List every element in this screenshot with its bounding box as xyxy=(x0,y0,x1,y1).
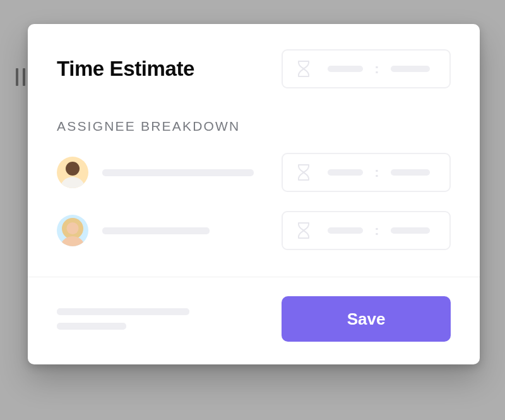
avatar[interactable] xyxy=(57,215,88,246)
hours-placeholder[interactable] xyxy=(328,227,363,234)
assignee-info xyxy=(57,157,254,188)
hourglass-icon xyxy=(297,59,311,78)
card-title: Time Estimate xyxy=(57,57,194,81)
assignee-row: : xyxy=(57,211,451,250)
breakdown-heading: ASSIGNEE BREAKDOWN xyxy=(57,119,451,134)
hourglass-icon xyxy=(297,163,311,182)
time-separator: : xyxy=(374,164,379,181)
card-footer: Save xyxy=(28,277,480,364)
drag-handle-bar xyxy=(23,68,25,86)
assignee-time-input[interactable]: : xyxy=(282,153,451,192)
save-button[interactable]: Save xyxy=(282,296,451,342)
minutes-placeholder[interactable] xyxy=(391,66,430,72)
total-time-input[interactable]: : xyxy=(282,49,451,88)
avatar[interactable] xyxy=(57,157,88,188)
drag-handle-bar xyxy=(16,68,18,86)
footer-line xyxy=(57,323,126,330)
time-segments: : xyxy=(322,61,436,77)
assignee-time-input[interactable]: : xyxy=(282,211,451,250)
time-segments: : xyxy=(322,164,436,181)
minutes-placeholder[interactable] xyxy=(391,169,430,176)
assignee-name xyxy=(102,227,210,234)
drag-handle[interactable] xyxy=(16,68,25,86)
time-estimate-card: Time Estimate : ASSIGNEE BREAKDOWN xyxy=(28,24,480,364)
assignee-row: : xyxy=(57,153,451,192)
footer-line xyxy=(57,308,189,315)
hourglass-icon xyxy=(297,221,311,240)
assignee-info xyxy=(57,215,210,246)
hours-placeholder[interactable] xyxy=(328,169,363,176)
minutes-placeholder[interactable] xyxy=(391,227,430,234)
hours-placeholder[interactable] xyxy=(328,66,363,72)
time-segments: : xyxy=(322,222,436,239)
time-separator: : xyxy=(374,61,379,77)
time-separator: : xyxy=(374,222,379,239)
footer-note xyxy=(57,308,189,330)
header-row: Time Estimate : xyxy=(57,49,451,88)
card-body: Time Estimate : ASSIGNEE BREAKDOWN xyxy=(28,24,480,250)
assignee-name xyxy=(102,169,254,176)
